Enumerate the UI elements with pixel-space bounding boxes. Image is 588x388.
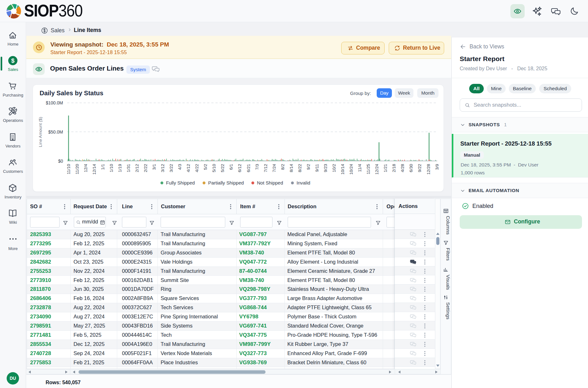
svg-text:1/21: 1/21	[383, 164, 388, 172]
svg-text:Line Amount ($): Line Amount ($)	[38, 117, 43, 147]
svg-text:1/19: 1/19	[118, 164, 122, 172]
svg-text:2/22: 2/22	[143, 164, 148, 172]
svg-text:4/3: 4/3	[177, 164, 182, 170]
svg-text:12/14: 12/14	[92, 164, 97, 175]
svg-text:2/18: 2/18	[392, 164, 396, 172]
svg-text:4/12: 4/12	[186, 164, 191, 172]
svg-text:3/22: 3/22	[169, 164, 174, 172]
svg-text:Partially Shipped: Partially Shipped	[208, 180, 244, 185]
svg-text:7/12: 7/12	[263, 164, 268, 172]
svg-text:6/1: 6/1	[229, 164, 233, 170]
svg-text:1/1: 1/1	[100, 164, 105, 170]
svg-text:6/21: 6/21	[246, 164, 251, 172]
svg-text:12/24: 12/24	[374, 164, 379, 175]
svg-text:5/22: 5/22	[220, 164, 225, 172]
svg-text:10/14: 10/14	[340, 164, 345, 175]
svg-text:9/23: 9/23	[323, 164, 328, 172]
svg-text:8/2: 8/2	[280, 164, 285, 170]
svg-text:3/1: 3/1	[152, 164, 157, 170]
svg-text:11/4: 11/4	[357, 164, 362, 172]
svg-text:8/14: 8/14	[289, 164, 294, 172]
svg-text:Not Shipped: Not Shipped	[257, 180, 283, 185]
svg-text:6/30: 6/30	[409, 164, 413, 172]
svg-text:7/24: 7/24	[272, 164, 277, 172]
svg-text:5/2: 5/2	[203, 164, 208, 170]
svg-text:9/11: 9/11	[315, 164, 319, 172]
svg-text:3/12: 3/12	[160, 164, 165, 172]
svg-text:1/10: 1/10	[109, 164, 114, 172]
svg-text:$0: $0	[58, 159, 63, 164]
svg-text:12/4: 12/4	[83, 164, 88, 172]
svg-text:7/3: 7/3	[255, 164, 259, 170]
svg-text:6/12: 6/12	[237, 164, 242, 172]
svg-text:Fully Shipped: Fully Shipped	[166, 180, 195, 185]
svg-text:12/28: 12/28	[426, 164, 431, 175]
svg-text:8/22: 8/22	[297, 164, 302, 172]
svg-text:9/22: 9/22	[417, 164, 422, 172]
svg-text:11/20: 11/20	[75, 164, 80, 174]
svg-text:$100.0M: $100.0M	[46, 100, 63, 105]
svg-text:11/10: 11/10	[66, 164, 71, 174]
svg-text:10/2: 10/2	[332, 164, 336, 172]
svg-text:Invalid: Invalid	[297, 180, 310, 185]
svg-text:2/12: 2/12	[135, 164, 139, 172]
svg-text:9/2: 9/2	[306, 164, 311, 170]
svg-text:$50.0M: $50.0M	[48, 129, 63, 135]
svg-text:11/25: 11/25	[366, 164, 371, 174]
svg-text:5/10: 5/10	[212, 164, 216, 172]
svg-text:10/24: 10/24	[349, 164, 354, 175]
svg-text:3/9: 3/9	[435, 164, 439, 170]
svg-text:1/31: 1/31	[126, 164, 131, 172]
svg-text:4/22: 4/22	[195, 164, 199, 172]
svg-text:4/28: 4/28	[400, 164, 405, 172]
